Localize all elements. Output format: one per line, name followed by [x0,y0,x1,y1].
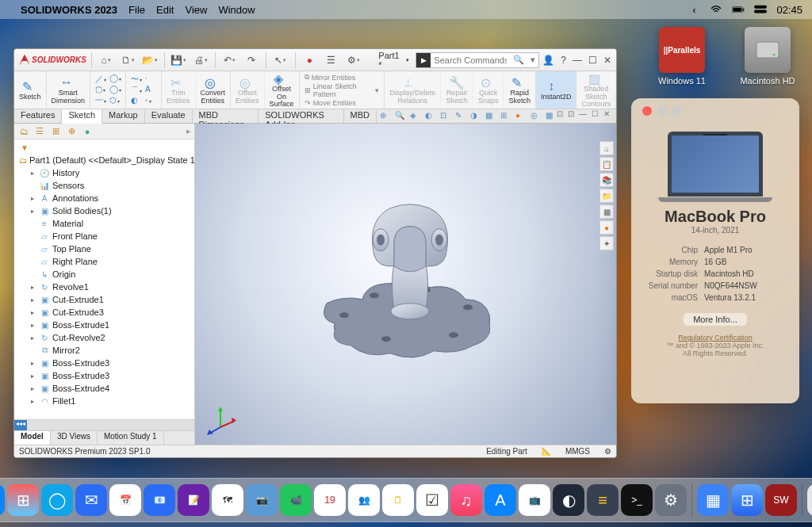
dock-item-18[interactable]: ≡ [587,484,619,516]
tree-item-boss-extrude3[interactable]: ▸▣Boss-Extrude3 [14,369,194,382]
ribbon-quick-snaps[interactable]: ⊙Quick Snaps [473,71,504,109]
tree-item-right-plane[interactable]: ▱Right Plane [14,255,194,268]
more-info-button[interactable]: More Info... [684,313,747,326]
open-button[interactable]: 📂 [140,52,159,69]
tree-tab-display[interactable]: ● [81,125,94,138]
dock-item-3[interactable]: ✉ [75,484,107,516]
dock-item-1[interactable]: ⊞ [7,484,39,516]
ribbon-display-relations[interactable]: ⟂Display/Delete Relations [385,71,441,109]
dock-item-12[interactable]: 🗒 [382,484,414,516]
tree-item-cut-extrude1[interactable]: ▸▣Cut-Extrude1 [14,293,194,306]
ribbon-trim[interactable]: ✂Trim Entities [162,71,196,109]
save-button[interactable]: 💾 [170,52,189,69]
tree-item-cut-revolve2[interactable]: ▸↻Cut-Revolve2 [14,331,194,344]
ribbon-convert[interactable]: ◎Convert Entities [196,71,232,109]
dock-item-14[interactable]: ♫ [450,484,482,516]
tree-tab-config[interactable]: ⊞ [49,125,62,138]
dock-item-7[interactable]: 🗺 [212,484,243,516]
rebuild-button[interactable]: ● [301,52,320,69]
dock-item-5[interactable]: 📧 [144,484,175,516]
doc-minimize-button[interactable]: — [579,109,587,123]
tab-addins[interactable]: SOLIDWORKS Add-Ins [259,109,343,123]
tree-item-boss-extrude4[interactable]: ▸▣Boss-Extrude4 [14,382,194,395]
print-button[interactable]: 🖨 [191,52,210,69]
dock-item-16[interactable]: 📺 [519,484,550,516]
dock-item-13[interactable]: ☑ [416,484,448,516]
undo-button[interactable]: ↶ [220,52,239,69]
dock-item-23[interactable]: SW [765,484,797,516]
dock-item-15[interactable]: A [485,484,516,516]
menubar-file[interactable]: File [128,4,145,16]
tree-item-boss-extrude1[interactable]: ▸▣Boss-Extrude1 [14,319,194,331]
doc-close-button[interactable]: ✕ [603,109,610,123]
new-button[interactable]: 🗋 [118,52,137,69]
dock-item-4[interactable]: 📅 [109,484,141,516]
doc-window-button[interactable]: ⊡ [557,109,563,123]
tab-mbd[interactable]: MBD [344,109,377,123]
tree-item-material-not-specified-[interactable]: ≡Material [14,217,194,230]
taskpane-view-palette-icon[interactable]: ▦ [599,204,614,219]
ribbon-rapid-sketch[interactable]: ✎Rapid Sketch [504,71,536,109]
dock-item-8[interactable]: 📷 [246,484,278,516]
tree-root[interactable]: 🗂Part1 (Default) <<Default>_Display Stat… [14,154,194,166]
tree-item-origin[interactable]: ↳Origin [14,268,194,281]
tab-features[interactable]: Features [14,109,62,123]
graphics-viewport[interactable]: ⌂ 📋 📚 📁 ▦ ● ✦ [195,124,616,445]
ribbon-sketch[interactable]: ✎Sketch [14,71,47,109]
desktop-icon-windows11[interactable]: ||Parallels Windows 11 [650,27,714,86]
ribbon-repair-sketch[interactable]: 🔧Repair Sketch [441,71,473,109]
tree-item-front-plane[interactable]: ▱Front Plane [14,230,194,242]
dock-item-10[interactable]: 19 [314,484,346,516]
status-units[interactable]: MMGS [565,447,590,456]
tree-item-top-plane[interactable]: ▱Top Plane [14,242,194,255]
tree-filter[interactable]: ▼ [14,141,194,154]
dock-item-17[interactable]: ◐ [553,484,584,516]
dock-item-6[interactable]: 📝 [178,484,209,516]
control-center-icon[interactable] [754,3,767,16]
taskpane-resources-icon[interactable]: 📋 [599,157,614,171]
dock-item-19[interactable]: >_ [621,484,653,516]
close-button[interactable] [642,106,652,116]
maximize-icon[interactable]: ☐ [588,55,597,66]
hud-zoom[interactable]: ⊕ [380,111,391,122]
menubar-clock[interactable]: 02:45 [776,4,802,16]
regulatory-link[interactable]: Regulatory Certification [678,334,753,342]
ribbon-shaded-contours[interactable]: ▨Shaded Sketch Contours [576,71,616,109]
minimize-icon[interactable]: — [573,55,582,66]
tree-item-mirror2[interactable]: ⧉Mirror2 [14,344,194,357]
dock-item-20[interactable]: ⚙ [655,484,687,516]
dock-item-24[interactable]: 🗑 [807,484,812,516]
tree-item-fillet1[interactable]: ▸◠Fillet1 [14,395,194,407]
tree-tab-dimxpert[interactable]: ⊕ [65,125,78,138]
dock-item-22[interactable]: ⊞ [731,484,763,516]
search-input[interactable] [431,55,510,65]
tree-item-cut-extrude3[interactable]: ▸▣Cut-Extrude3 [14,306,194,319]
dock-item-9[interactable]: 📹 [280,484,312,516]
search-dropdown-icon[interactable]: ▾ [527,55,538,65]
tree-pane-splitter-icon[interactable]: ▸ [186,126,191,136]
status-menu-icon[interactable]: ⚙ [604,447,611,456]
ribbon-instant2d[interactable]: ↕Instant2D [536,71,577,109]
doc-maximize-button[interactable]: ☐ [592,109,599,123]
document-tab[interactable]: Part1 * [375,51,412,70]
tree-item-history[interactable]: ▸🕘History [14,166,194,179]
dock-item-0[interactable]: ☺ [0,484,5,516]
tree-item-boss-extrude3[interactable]: ▸▣Boss-Extrude3 [14,357,194,369]
tree-rollback-bar[interactable]: ◂◂◂ [14,420,27,430]
taskpane-explorer-icon[interactable]: 📁 [599,189,614,203]
taskpane-custom-icon[interactable]: ✦ [599,236,614,250]
bottom-tab-3dviews[interactable]: 3D Views [51,431,98,445]
wifi-icon[interactable] [710,3,722,16]
ribbon-mirror-group[interactable]: ⧉ Mirror Entities ⊞ Linear Sketch Patter… [300,71,385,109]
menubar-app-name[interactable]: SOLIDWORKS 2023 [21,4,117,16]
options-gear-button[interactable]: ⚙ [344,52,363,69]
dock-item-21[interactable]: ▦ [697,484,729,516]
dock-item-2[interactable]: ◯ [41,484,73,516]
tab-mbd-dimensions[interactable]: MBD Dimensions [193,109,259,123]
help-button[interactable]: ? [561,55,566,66]
tree-tab-feature-manager[interactable]: 🗂 [17,125,30,138]
status-edit-icon[interactable]: 📐 [542,447,551,456]
menubar-edit[interactable]: Edit [156,4,174,16]
bottom-tab-motion[interactable]: Motion Study 1 [98,431,164,445]
tree-item-annotations[interactable]: ▸AAnnotations [14,192,194,204]
